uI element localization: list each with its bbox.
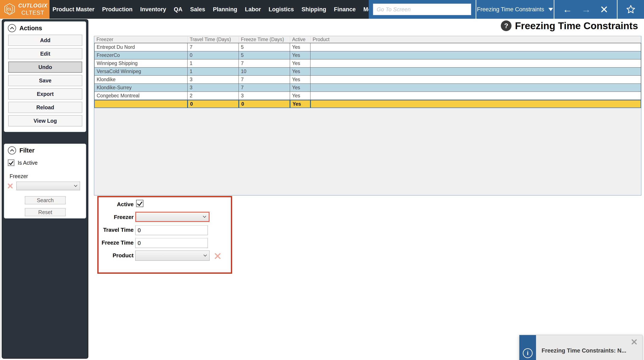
add-button[interactable]: Add xyxy=(8,35,82,46)
actions-panel: Actions AddEditUndoSaveExportReloadView … xyxy=(4,21,86,132)
active-checkbox[interactable] xyxy=(136,200,144,207)
travel-time-label: Travel Time xyxy=(98,227,134,233)
reset-button[interactable]: Reset xyxy=(25,208,66,216)
column-header-travel-time-days[interactable]: Travel Time (Days) xyxy=(188,36,239,43)
active-label: Active xyxy=(98,201,134,208)
collapse-actions-icon[interactable] xyxy=(8,24,16,32)
freezing-constraints-grid: FreezerTravel Time (Days)Freeze Time (Da… xyxy=(94,36,642,195)
nav-item-finance[interactable]: Finance xyxy=(334,6,356,13)
collapse-filter-icon[interactable] xyxy=(8,146,16,155)
chevron-up-icon xyxy=(10,27,14,31)
cell-freeze: 0 xyxy=(239,100,290,108)
table-row[interactable]: Congebec Montreal23Yes xyxy=(94,92,641,100)
cell-freeze: 10 xyxy=(239,67,290,76)
cell-freeze: 7 xyxy=(239,59,290,67)
clear-product-icon[interactable] xyxy=(214,252,222,260)
cell-freezer: FreezerCo xyxy=(94,51,188,59)
chevron-down-icon xyxy=(204,253,207,257)
chevron-up-icon xyxy=(10,149,14,153)
column-header-active[interactable]: Active xyxy=(290,36,310,43)
window-edge-line xyxy=(0,19,1,359)
left-sidebar: Actions AddEditUndoSaveExportReloadView … xyxy=(2,19,88,359)
cell-freeze: 7 xyxy=(239,84,290,92)
nav-item-shipping[interactable]: Shipping xyxy=(302,6,326,13)
cell-freeze: 3 xyxy=(239,92,290,100)
chevron-down-icon xyxy=(548,8,553,11)
brain-logo-icon: CL xyxy=(4,3,16,15)
toast-close-icon[interactable] xyxy=(631,339,638,345)
record-edit-form: Active Freezer Travel Time Freeze Time P… xyxy=(97,196,232,274)
column-header-freezer[interactable]: Freezer xyxy=(94,36,188,43)
clear-freezer-filter-icon[interactable] xyxy=(7,183,14,189)
cell-freezer: Entrepot Du Nord xyxy=(94,43,188,51)
navbar-menu: Product MasterProductionInventoryQASales… xyxy=(52,0,412,19)
freeze-time-input[interactable] xyxy=(135,238,208,248)
table-row[interactable]: Winnipeg Shipping17Yes xyxy=(94,59,641,67)
back-arrow-icon[interactable]: ← xyxy=(563,5,572,14)
app-logo[interactable]: CL CUTLOGIX CLTEST xyxy=(0,0,50,19)
cell-active: Yes xyxy=(290,67,310,76)
chevron-down-icon xyxy=(203,214,206,218)
help-icon[interactable]: ? xyxy=(501,20,512,31)
cell-travel: 3 xyxy=(188,84,239,92)
freezer-dropdown[interactable] xyxy=(135,212,210,222)
nav-item-sales[interactable]: Sales xyxy=(190,6,205,13)
save-button[interactable]: Save xyxy=(8,75,82,86)
cell-travel: 1 xyxy=(188,59,239,67)
info-icon: i xyxy=(523,348,532,358)
nav-item-logistics[interactable]: Logistics xyxy=(269,6,294,13)
table-row[interactable]: VersaCold Winnipeg110Yes xyxy=(94,67,641,76)
nav-item-production[interactable]: Production xyxy=(102,6,133,13)
page-title: Freezing Time Constraints xyxy=(515,20,638,31)
reload-button[interactable]: Reload xyxy=(8,102,82,113)
screen-selector-label: Freezing Time Constraints xyxy=(477,6,544,13)
cell-active: Yes xyxy=(290,59,310,67)
column-header-freeze-time-days[interactable]: Freeze Time (Days) xyxy=(239,36,290,43)
cell-freezer: VersaCold Winnipeg xyxy=(94,67,188,76)
nav-item-qa[interactable]: QA xyxy=(174,6,183,13)
column-header-product[interactable]: Product xyxy=(310,36,641,43)
table-row[interactable]: Klondike37Yes xyxy=(94,76,641,84)
travel-time-input[interactable] xyxy=(135,225,208,235)
search-button[interactable]: Search xyxy=(25,196,66,204)
freeze-time-label: Freeze Time xyxy=(98,239,134,246)
cell-travel: 3 xyxy=(188,76,239,84)
nav-item-labor[interactable]: Labor xyxy=(245,6,261,13)
cell-product xyxy=(310,43,641,51)
screen-selector-dropdown[interactable]: Freezing Time Constraints xyxy=(476,0,554,19)
nav-item-product-master[interactable]: Product Master xyxy=(52,6,94,13)
table-row[interactable]: FreezerCo05Yes xyxy=(94,51,641,59)
nav-item-planning[interactable]: Planning xyxy=(213,6,237,13)
nav-item-inventory[interactable]: Inventory xyxy=(140,6,166,13)
cell-travel: 7 xyxy=(188,43,239,51)
is-active-checkbox[interactable] xyxy=(8,160,14,166)
cell-active: Yes xyxy=(290,43,310,51)
cell-active: Yes xyxy=(290,76,310,84)
toast-message: Freezing Time Constraints: N... xyxy=(542,348,626,354)
brand-name: CUTLOGIX xyxy=(18,2,48,9)
filter-panel-title: Filter xyxy=(20,147,34,154)
product-dropdown[interactable] xyxy=(135,250,210,261)
freezer-label: Freezer xyxy=(98,214,134,220)
table-row-new[interactable]: 00Yes xyxy=(94,100,641,108)
favorite-star-icon[interactable] xyxy=(618,0,644,19)
cell-active: Yes xyxy=(290,51,310,59)
top-navbar: CL CUTLOGIX CLTEST Product MasterProduct… xyxy=(0,0,644,19)
cell-product xyxy=(310,84,641,92)
table-row[interactable]: Entrepot Du Nord75Yes xyxy=(94,43,641,51)
undo-button[interactable]: Undo xyxy=(8,62,82,73)
view-log-button[interactable]: View Log xyxy=(8,115,82,126)
goto-screen-input[interactable] xyxy=(373,4,471,15)
forward-arrow-icon[interactable]: → xyxy=(582,5,591,14)
cell-product xyxy=(310,76,641,84)
export-button[interactable]: Export xyxy=(8,88,82,99)
chevron-down-icon xyxy=(74,184,78,187)
product-label: Product xyxy=(98,252,134,259)
cell-product xyxy=(310,67,641,76)
freezer-filter-dropdown[interactable] xyxy=(16,182,80,190)
close-screen-icon[interactable] xyxy=(600,5,608,13)
edit-button[interactable]: Edit xyxy=(8,48,82,59)
table-row[interactable]: Klondike-Surrey37Yes xyxy=(94,84,641,92)
cell-travel: 1 xyxy=(188,67,239,76)
cell-freezer: Klondike xyxy=(94,76,188,84)
